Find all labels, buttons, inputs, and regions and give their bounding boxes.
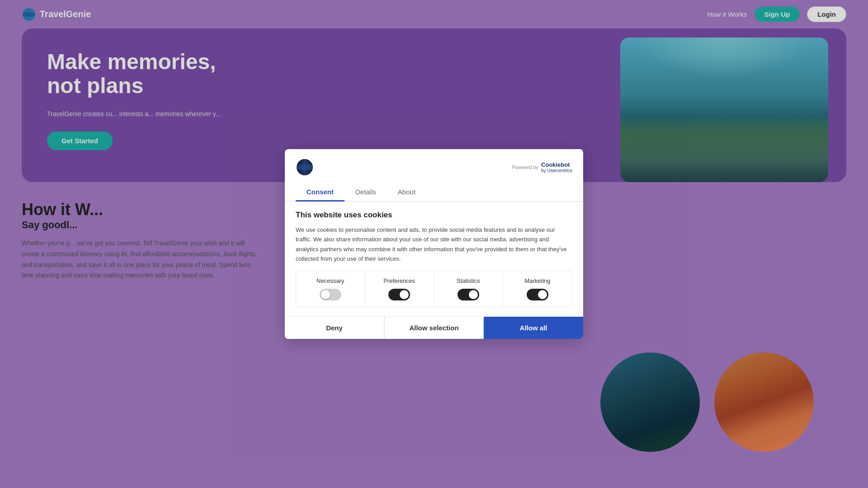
toggle-label-marketing: Marketing (524, 277, 550, 284)
deny-button[interactable]: Deny (285, 317, 384, 339)
modal-tabs: Consent Details About (285, 183, 583, 202)
tab-consent[interactable]: Consent (296, 183, 344, 202)
toggle-thumb-marketing (538, 290, 547, 299)
powered-by-text: Powered by (512, 164, 538, 170)
tab-about[interactable]: About (387, 183, 426, 202)
svg-point-4 (302, 159, 308, 175)
toggle-cell-necessary: Necessary (296, 271, 365, 307)
tab-details[interactable]: Details (344, 183, 387, 202)
toggle-thumb-statistics (469, 290, 478, 299)
toggle-track-necessary (320, 289, 341, 300)
toggle-statistics[interactable] (458, 289, 479, 300)
allow-selection-button[interactable]: Allow selection (384, 317, 484, 339)
powered-by: Powered by Cookiebot by Usercentrics (512, 161, 572, 173)
toggle-thumb-necessary (321, 290, 330, 299)
toggle-track-preferences (388, 289, 410, 300)
toggle-preferences[interactable] (388, 289, 410, 300)
toggle-thumb-preferences (400, 290, 409, 299)
modal-actions: Deny Allow selection Allow all (285, 316, 583, 339)
toggle-necessary[interactable] (320, 289, 341, 300)
cookie-overlay: Powered by Cookiebot by Usercentrics Con… (0, 0, 868, 488)
toggle-track-statistics (458, 289, 479, 300)
toggle-label-statistics: Statistics (457, 277, 480, 284)
modal-heading: This website uses cookies (296, 211, 572, 220)
toggle-cell-marketing: Marketing (503, 271, 572, 307)
modal-body: This website uses cookies We use cookies… (285, 202, 583, 317)
cookiebot-sub: by Usercentrics (541, 168, 572, 173)
cookiebot-logo: Cookiebot by Usercentrics (541, 161, 572, 173)
toggle-label-necessary: Necessary (316, 277, 344, 284)
allow-all-button[interactable]: Allow all (484, 317, 583, 339)
toggle-marketing[interactable] (527, 289, 548, 300)
cookiebot-icon (296, 158, 314, 176)
toggle-cell-statistics: Statistics (434, 271, 503, 307)
toggle-label-preferences: Preferences (383, 277, 415, 284)
toggle-cell-preferences: Preferences (365, 271, 434, 307)
toggle-track-marketing (527, 289, 548, 300)
modal-header: Powered by Cookiebot by Usercentrics (285, 149, 583, 176)
cookie-modal: Powered by Cookiebot by Usercentrics Con… (285, 149, 583, 339)
cookiebot-name: Cookiebot (541, 161, 572, 168)
toggles-row: Necessary Preferences (296, 271, 572, 307)
modal-body-text: We use cookies to personalise content an… (296, 225, 572, 264)
